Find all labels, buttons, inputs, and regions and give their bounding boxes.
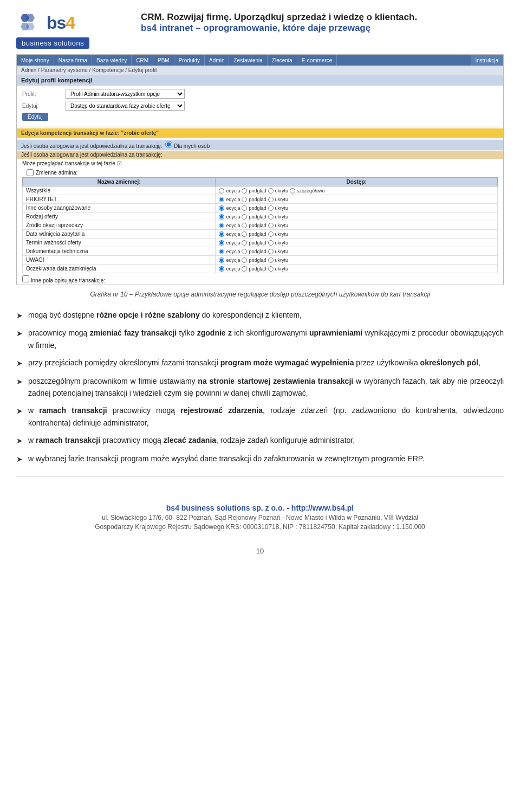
bullet-arrow-4: ➤ <box>16 376 25 388</box>
fake-content: Profil: Profil Administratora-wszystkim … <box>17 86 503 126</box>
fake-cell-zrodlo-name: Źródło okazji sprzedaży <box>23 221 216 230</box>
nav-item-moje[interactable]: Moje strony <box>17 55 54 66</box>
footer-main: bs4 business solutions sp. z o.o. - http… <box>16 504 504 512</box>
bullet-item-1: ➤ mogą być dostępne różne opcje i różne … <box>16 309 504 321</box>
bullet-item-2: ➤ pracownicy mogą zmieniać fazy transakc… <box>16 327 504 351</box>
fake-row-data: Data wdnięcia zapytania edycja podgląd u… <box>23 230 498 239</box>
fake-permissions-table: Nazwa zmiennej: Dostęp: Wszystkie edycja… <box>22 177 498 273</box>
fake-radio-inne: edycja podgląd ukrytu <box>219 205 494 211</box>
business-solutions-badge: business solutions <box>16 37 89 49</box>
fake-nav: Moje strony Nasza firma Baza wiedzy CRM … <box>17 55 503 66</box>
page-number: 10 <box>0 547 520 555</box>
fake-permissions-content: Może przeglądać transakcje w tej fazie ☑… <box>17 159 503 285</box>
bullet-item-5: ➤ w ramach transakcji pracownicy mogą re… <box>16 404 504 429</box>
fake-row-uwagi: UWAGI edycja podgląd ukrytu <box>23 256 498 265</box>
fake-radio-uwagi: edycja podgląd ukrytu <box>219 257 494 263</box>
nav-item-crm[interactable]: CRM <box>132 55 153 66</box>
bullet-text-6: w ramach transakcji pracownicy mogą zlec… <box>28 434 504 446</box>
logo-block: bs4 business solutions <box>16 10 125 49</box>
fake-cell-termin-access: edycja podgląd ukrytu <box>216 239 498 247</box>
fake-cell-oczekiwana-access: edycja podgląd ukrytu <box>216 265 498 273</box>
fake-radio-rodzaj: edycja podgląd ukrytu <box>219 214 494 220</box>
fake-row-oczekiwana: Oczekiwana data zamknięcia edycja podglą… <box>23 265 498 273</box>
fake-cell-termin-name: Termin ważności oferty <box>23 239 216 247</box>
logo-top: bs4 <box>16 10 75 36</box>
fake-cell-inne-name: Inne osoby zaangażowane <box>23 204 216 212</box>
footer-sub2: Gospodarczy Krajowego Rejestru Sądowego … <box>16 523 504 531</box>
bullet-arrow-6: ➤ <box>16 435 25 447</box>
bullet-text-3: przy przejściach pomiędzy określonymi fa… <box>28 357 504 369</box>
fake-section-title: Edycja kompetencji transakcji w fazie: "… <box>17 128 503 138</box>
bullet-item-4: ➤ poszczególnym pracownikom w firmie ust… <box>16 375 504 399</box>
bullet-item-7: ➤ w wybranej fazie transakcji program mo… <box>16 453 504 465</box>
screenshot-caption: Grafika nr 10 – Przykładowe opcje admini… <box>16 291 504 298</box>
fake-cell-uwagi-access: edycja podgląd ukrytu <box>216 256 498 265</box>
nav-item-zlecenia[interactable]: Zlecenia <box>268 55 297 66</box>
fake-cell-priorytet-access: edycja podgląd ukrytu <box>216 195 498 204</box>
tagline-line2-prefix: bs4 intranet – oprogramowanie, które daj… <box>141 23 329 33</box>
fake-field-profil: Profil: Profil Administratora-wszystkim … <box>22 89 498 99</box>
fake-cell-rodzaj-access: edycja podgląd ukrytu <box>216 212 498 221</box>
fake-cell-uwagi-name: UWAGI <box>23 256 216 265</box>
nav-item-pbm[interactable]: PBM <box>153 55 174 66</box>
fake-condition-row1: Jeśli osoba zalogowana jest odpowiedzial… <box>17 140 503 150</box>
fake-cell-wszystkie-access: edycja podgląd ukrytu szczegółowo <box>216 186 498 195</box>
fake-row-zrodlo: Źródło okazji sprzedaży edycja podgląd u… <box>23 221 498 230</box>
fake-cell-zrodlo-access: edycja podgląd ukrytu <box>216 221 498 230</box>
footer-divider <box>16 476 504 476</box>
bullet-arrow-7: ➤ <box>16 453 25 465</box>
bullet-arrow-5: ➤ <box>16 405 25 417</box>
fake-row-inne-osoby: Inne osoby zaangażowane edycja podgląd u… <box>23 204 498 212</box>
bullet-item-3: ➤ przy przejściach pomiędzy określonymi … <box>16 357 504 369</box>
fake-zmienne-admina: Zmienne admina: <box>22 168 498 177</box>
fake-select-profil[interactable]: Profil Administratora-wszystkim opcje <box>66 89 185 99</box>
nav-item-baza[interactable]: Baza wiedzy <box>92 55 132 66</box>
fake-radio-priorytet: edycja podgląd ukrytu <box>219 197 494 202</box>
nav-item-ecommerce[interactable]: E-commerce <box>297 55 337 66</box>
logo-icon <box>16 10 42 36</box>
main-content: ➤ mogą być dostępne różne opcje i różne … <box>16 309 504 465</box>
fake-breadcrumb: Admin / Parametry systemu / Kompetencje … <box>17 66 503 75</box>
fake-checkbox-inne[interactable] <box>22 275 29 282</box>
bullet-text-2: pracownicy mogą zmieniać fazy transakcji… <box>28 327 504 351</box>
tagline-line2: bs4 intranet – oprogramowanie, które daj… <box>141 23 417 34</box>
fake-row-termin: Termin ważności oferty edycja podgląd uk… <box>23 239 498 247</box>
fake-label-profil: Profil: <box>22 91 66 97</box>
fake-moze-przegladac: Może przeglądać transakcje w tej fazie ☑ <box>22 160 498 166</box>
fake-condition-row2: Jeśli osoba zalogowana jest odpowiedzial… <box>17 151 503 159</box>
tagline-line2-accent: przewagę <box>329 23 370 33</box>
nav-item-zestawienia[interactable]: Zestawienia <box>229 55 267 66</box>
fake-radio-dokumentacja: edycja podgląd ukrytu <box>219 249 494 254</box>
fake-radio-oczekiwana: edycja podgląd ukrytu <box>219 266 494 272</box>
fake-cell-rodzaj-name: Rodzaj oferty <box>23 212 216 221</box>
radio-dla-mnie[interactable] <box>165 141 172 148</box>
fake-radio-data: edycja podgląd ukrytu <box>219 231 494 237</box>
fake-cell-inne-access: edycja podgląd ukrytu <box>216 204 498 212</box>
fake-row-priorytet: PRIORYTET edycja podgląd ukrytu <box>23 195 498 204</box>
fake-cell-data-name: Data wdnięcia zapytania <box>23 230 216 239</box>
fake-row-wszystkie: Wszystkie edycja podgląd ukrytu szczegół… <box>23 186 498 195</box>
fake-cell-priorytet-name: PRIORYTET <box>23 195 216 204</box>
nav-item-firma[interactable]: Nasza firma <box>54 55 92 66</box>
nav-item-admin[interactable]: Admin <box>205 55 229 66</box>
bullet-text-7: w wybranej fazie transakcji program może… <box>28 453 504 465</box>
footer: bs4 business solutions sp. z o.o. - http… <box>0 498 520 542</box>
fake-edytuj-button[interactable]: Edytuj <box>22 113 48 121</box>
fake-inne-pola: Inne pola opisujące transakcję: <box>22 275 498 283</box>
logo-text: bs4 <box>47 13 75 33</box>
fake-row-dokumentacja: Dokumentacja techniczna edycja podgląd u… <box>23 247 498 256</box>
bullet-arrow-1: ➤ <box>16 310 25 321</box>
fake-checkbox-zmienne[interactable] <box>27 169 34 176</box>
bullet-text-4: poszczególnym pracownikom w firmie ustaw… <box>28 375 504 399</box>
fake-row-rodzaj: Rodzaj oferty edycja podgląd ukrytu <box>23 212 498 221</box>
fake-radio-wszystkie: edycja podgląd ukrytu szczegółowo <box>219 188 494 194</box>
bullet-arrow-2: ➤ <box>16 327 25 339</box>
bullet-text-5: w ramach transakcji pracownicy mogą reje… <box>28 404 504 429</box>
nav-item-instrukcja[interactable]: instrukcja <box>471 55 503 66</box>
bullet-text-1: mogą być dostępne różne opcje i różne sz… <box>28 309 504 321</box>
header: bs4 business solutions CRM. Rozwijaj fir… <box>0 0 520 54</box>
fake-select-edytuj[interactable]: Dostęp do standardowa fazy zrobic ofertę <box>66 101 185 111</box>
nav-item-produkty[interactable]: Produkty <box>174 55 205 66</box>
fake-cell-wszystkie-name: Wszystkie <box>23 186 216 195</box>
fake-radio-termin: edycja podgląd ukrytu <box>219 240 494 246</box>
